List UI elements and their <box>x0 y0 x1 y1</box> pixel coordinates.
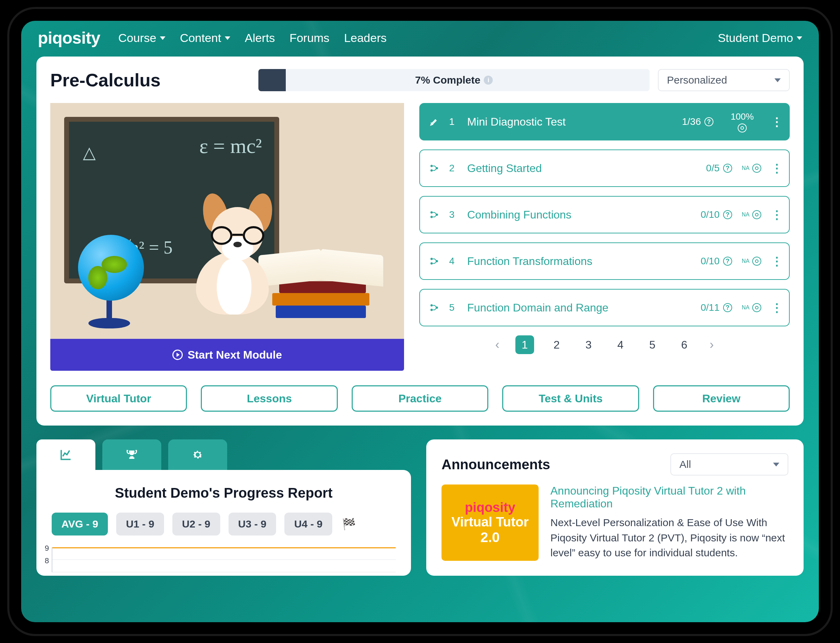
nav-user-menu[interactable]: Student Demo <box>718 31 802 45</box>
tablet-frame: piqosity Course Content Alerts Forums Le… <box>7 7 833 636</box>
play-icon <box>172 349 183 360</box>
pager-page[interactable]: 3 <box>579 335 598 354</box>
pager-page[interactable]: 6 <box>675 335 694 354</box>
announcement-description: Next-Level Personalization & Ease of Use… <box>550 515 788 560</box>
module-score: NA <box>742 164 761 173</box>
module-number: 1 <box>449 116 457 127</box>
module-title: Combining Functions <box>467 209 670 221</box>
announcement-thumbnail: piqosity Virtual Tutor 2.0 <box>442 485 538 561</box>
pager-page[interactable]: 5 <box>643 335 662 354</box>
nav-forums[interactable]: Forums <box>290 31 329 45</box>
course-card: Pre-Calculus 7% Complete i Personalized <box>36 57 804 426</box>
target-icon <box>752 303 761 312</box>
module-title: Function Transformations <box>467 255 670 268</box>
chevron-down-icon <box>160 36 165 40</box>
gear-icon <box>191 449 204 461</box>
flag-icon[interactable]: 🏁 <box>342 517 356 530</box>
module-menu-button[interactable]: ⋮ <box>771 208 780 222</box>
tab-trophy[interactable] <box>102 439 161 470</box>
pager-page[interactable]: 2 <box>547 335 566 354</box>
announcements-filter[interactable]: All <box>670 453 788 475</box>
module-list: 1 Mini Diagnostic Test 1/36? 100% ⋮ 2 Ge… <box>419 103 790 371</box>
module-score: NA <box>742 210 761 219</box>
pager-page[interactable]: 4 <box>611 335 630 354</box>
action-row: Virtual Tutor Lessons Practice Test & Un… <box>50 385 790 412</box>
help-icon[interactable]: ? <box>705 117 713 126</box>
announcement-link[interactable]: Announcing Piqosity Virtual Tutor 2 with… <box>550 485 788 510</box>
module-score: NA <box>742 303 761 312</box>
lessons-button[interactable]: Lessons <box>201 385 338 412</box>
review-button[interactable]: Review <box>653 385 790 412</box>
module-score: 100% <box>723 111 761 132</box>
nav-alerts[interactable]: Alerts <box>245 31 275 45</box>
report-chart: 9 8 <box>52 547 396 572</box>
module-number: 3 <box>449 209 457 220</box>
svg-point-10 <box>431 308 433 311</box>
virtual-tutor-button[interactable]: Virtual Tutor <box>50 385 187 412</box>
svg-point-6 <box>431 258 433 260</box>
nav-content[interactable]: Content <box>180 31 230 45</box>
module-fraction: 1/36? <box>661 116 713 127</box>
nav-leaders[interactable]: Leaders <box>344 31 387 45</box>
module-number: 5 <box>449 302 457 313</box>
chevron-down-icon <box>797 36 802 40</box>
tab-settings[interactable] <box>168 439 227 470</box>
pager-page[interactable]: 1 <box>515 335 534 354</box>
progress-fill <box>258 69 286 91</box>
target-icon <box>752 210 761 219</box>
report-pill[interactable]: U1 - 9 <box>116 512 164 535</box>
announcements-title: Announcements <box>442 457 550 472</box>
module-row[interactable]: 2 Getting Started 0/5? NA ⋮ <box>419 150 790 187</box>
report-pill[interactable]: U2 - 9 <box>172 512 220 535</box>
report-pill[interactable]: U3 - 9 <box>228 512 276 535</box>
test-units-button[interactable]: Test & Units <box>502 385 639 412</box>
module-number: 2 <box>449 163 457 174</box>
help-icon[interactable]: ? <box>723 164 732 173</box>
pager-next[interactable]: › <box>707 338 716 352</box>
tab-chart[interactable] <box>36 439 95 470</box>
module-row[interactable]: 3 Combining Functions 0/10? NA ⋮ <box>419 196 790 233</box>
module-fraction: 0/11? <box>680 302 732 313</box>
chart-icon <box>60 449 72 461</box>
module-menu-button[interactable]: ⋮ <box>771 254 780 268</box>
module-score: NA <box>742 257 761 266</box>
start-next-module-button[interactable]: Start Next Module <box>50 339 404 371</box>
report-pills: AVG - 9 U1 - 9 U2 - 9 U3 - 9 U4 - 9 🏁 <box>52 512 396 535</box>
top-nav: piqosity Course Content Alerts Forums Le… <box>21 21 819 57</box>
module-menu-button[interactable]: ⋮ <box>771 115 780 129</box>
branch-icon <box>429 302 439 313</box>
nav-course[interactable]: Course <box>118 31 165 45</box>
help-icon[interactable]: ? <box>723 210 732 219</box>
target-icon <box>752 164 761 173</box>
branch-icon <box>429 209 439 220</box>
svg-rect-13 <box>129 457 135 459</box>
module-menu-button[interactable]: ⋮ <box>771 161 780 175</box>
mode-select[interactable]: Personalized <box>658 69 790 91</box>
progress-bar: 7% Complete i <box>258 69 649 91</box>
pencil-icon <box>429 116 439 127</box>
module-menu-button[interactable]: ⋮ <box>771 301 780 315</box>
help-icon[interactable]: ? <box>723 303 732 312</box>
report-pill[interactable]: U4 - 9 <box>284 512 332 535</box>
help-icon[interactable]: ? <box>723 257 732 266</box>
module-row[interactable]: 5 Function Domain and Range 0/11? NA ⋮ <box>419 289 790 326</box>
pager-prev[interactable]: ‹ <box>493 338 502 352</box>
progress-label: 7% Complete i <box>415 74 493 86</box>
screen: piqosity Course Content Alerts Forums Le… <box>21 21 819 622</box>
progress-panel: Student Demo's Progress Report AVG - 9 U… <box>36 439 411 576</box>
branch-icon <box>429 256 439 266</box>
module-row[interactable]: 4 Function Transformations 0/10? NA ⋮ <box>419 242 790 280</box>
module-row[interactable]: 1 Mini Diagnostic Test 1/36? 100% ⋮ <box>419 103 790 140</box>
module-number: 4 <box>449 256 457 267</box>
svg-point-1 <box>431 169 433 172</box>
svg-point-7 <box>431 262 433 264</box>
report-title: Student Demo's Progress Report <box>52 485 396 501</box>
axis-label: 8 <box>45 556 49 565</box>
brand-logo[interactable]: piqosity <box>38 28 100 47</box>
target-icon <box>752 257 761 266</box>
practice-button[interactable]: Practice <box>352 385 488 412</box>
report-pill[interactable]: AVG - 9 <box>52 512 108 535</box>
svg-point-0 <box>431 165 433 167</box>
axis-label: 9 <box>45 544 49 553</box>
info-icon[interactable]: i <box>484 76 493 85</box>
